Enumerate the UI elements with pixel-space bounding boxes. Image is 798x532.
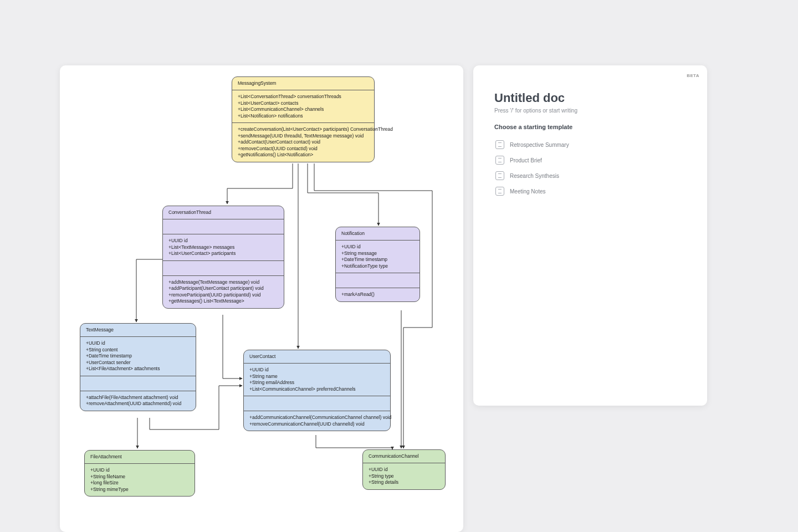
uml-methods: +addCommunicationChannel(CommunicationCh… bbox=[244, 411, 390, 431]
document-icon bbox=[495, 171, 504, 180]
uml-attributes: +UUID id +List<TextMessage> messages +Li… bbox=[163, 234, 284, 260]
uml-attributes: +List<ConversationThread> conversationTh… bbox=[232, 90, 374, 123]
uml-attributes: +UUID id +String name +String emailAddre… bbox=[244, 364, 390, 396]
uml-class-title: MessagingSystem bbox=[232, 77, 374, 90]
uml-class-messagingsystem[interactable]: MessagingSystem +List<ConversationThread… bbox=[232, 76, 375, 162]
uml-methods: +attachFile(FileAttachment attachment) v… bbox=[80, 391, 196, 411]
uml-class-notification[interactable]: Notification +UUID id +String message +D… bbox=[335, 227, 420, 302]
uml-class-title: Notification bbox=[336, 227, 420, 241]
uml-attributes: +UUID id +String type +String details bbox=[363, 463, 445, 489]
doc-title[interactable]: Untitled doc bbox=[494, 91, 686, 105]
uml-methods: +markAsRead() bbox=[336, 288, 420, 301]
template-label: Research Synthesis bbox=[510, 173, 559, 179]
template-label: Retrospective Summary bbox=[510, 142, 569, 148]
uml-class-fileattachment[interactable]: FileAttachment +UUID id +String fileName… bbox=[84, 450, 195, 497]
uml-class-title: UserContact bbox=[244, 350, 390, 364]
uml-methods: +addMessage(TextMessage message) void +a… bbox=[163, 276, 284, 308]
beta-badge: BETA bbox=[687, 73, 699, 78]
uml-spacer bbox=[244, 396, 390, 411]
uml-class-textmessage[interactable]: TextMessage +UUID id +String content +Da… bbox=[80, 323, 196, 411]
uml-spacer bbox=[163, 219, 284, 234]
app-stage: MessagingSystem +List<ConversationThread… bbox=[0, 0, 798, 532]
document-icon bbox=[495, 156, 504, 165]
uml-attributes: +UUID id +String fileName +long fileSize… bbox=[85, 464, 195, 496]
uml-class-title: FileAttachment bbox=[85, 451, 195, 464]
document-icon bbox=[495, 187, 504, 196]
doc-panel: BETA Untitled doc Press '/' for options … bbox=[473, 65, 707, 406]
uml-attributes: +UUID id +String message +DateTime times… bbox=[336, 241, 420, 273]
uml-attributes: +UUID id +String content +DateTime times… bbox=[80, 337, 196, 376]
uml-class-title: TextMessage bbox=[80, 324, 196, 337]
uml-class-title: CommunicationChannel bbox=[363, 450, 445, 463]
doc-hint: Press '/' for options or start writing bbox=[494, 108, 686, 114]
template-label: Meeting Notes bbox=[510, 188, 545, 195]
uml-class-title: ConversationThread bbox=[163, 206, 284, 219]
uml-spacer bbox=[336, 273, 420, 288]
document-icon bbox=[495, 140, 504, 149]
template-research-synthesis[interactable]: Research Synthesis bbox=[494, 168, 686, 183]
uml-methods: +createConversation(List<UserContact> pa… bbox=[232, 123, 374, 161]
uml-spacer bbox=[80, 376, 196, 391]
template-meeting-notes[interactable]: Meeting Notes bbox=[494, 183, 686, 199]
template-label: Product Brief bbox=[510, 157, 542, 163]
templates-heading: Choose a starting template bbox=[494, 124, 686, 130]
diagram-canvas[interactable]: MessagingSystem +List<ConversationThread… bbox=[60, 65, 463, 532]
uml-class-communicationchannel[interactable]: CommunicationChannel +UUID id +String ty… bbox=[362, 449, 446, 490]
uml-class-conversationthread[interactable]: ConversationThread +UUID id +List<TextMe… bbox=[162, 206, 284, 309]
template-product-brief[interactable]: Product Brief bbox=[494, 152, 686, 168]
template-retrospective-summary[interactable]: Retrospective Summary bbox=[494, 137, 686, 152]
uml-class-usercontact[interactable]: UserContact +UUID id +String name +Strin… bbox=[243, 350, 391, 431]
uml-spacer bbox=[163, 261, 284, 276]
